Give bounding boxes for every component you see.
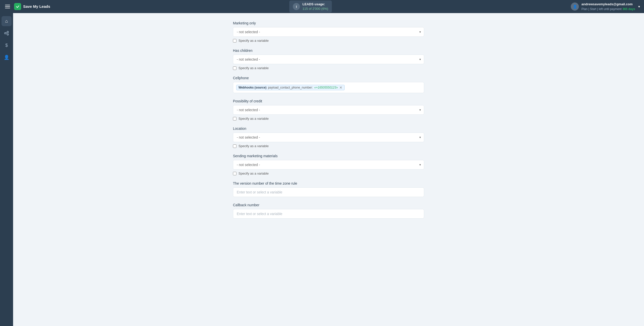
user-info: 👤 andrewsavemyleads@gmail.com Plan | Sta… — [571, 2, 635, 11]
sidebar-item-billing[interactable]: $ — [2, 40, 12, 50]
cellphone-tag: Webhooks (source) payload_contact_phone_… — [236, 85, 345, 90]
checkbox-marketing-only[interactable] — [233, 39, 236, 43]
checkbox-possibility-credit[interactable] — [233, 117, 236, 120]
hamburger-button[interactable] — [4, 4, 11, 9]
checkbox-location[interactable] — [233, 144, 236, 148]
field-version-timezone: The version number of the time zone rule — [233, 181, 424, 197]
label-sending-marketing: Sending marketing materials — [233, 154, 424, 158]
logo-text: Save My Leads — [23, 4, 50, 9]
app-layout: ⌂ $ 👤 Marketing only - not selected - ▾ — [0, 13, 644, 326]
info-icon[interactable]: i — [293, 3, 300, 10]
user-menu-chevron[interactable]: ▾ — [638, 5, 640, 9]
label-has-children: Has children — [233, 49, 424, 53]
logo-icon — [14, 3, 21, 10]
checkbox-row-possibility-credit: Specify as a variable — [233, 117, 424, 120]
select-possibility-credit[interactable]: - not selected - ▾ — [233, 105, 424, 115]
svg-point-2 — [7, 34, 9, 35]
select-location-display[interactable]: - not selected - — [233, 133, 424, 142]
select-has-children[interactable]: - not selected - ▾ — [233, 55, 424, 64]
svg-point-0 — [5, 32, 6, 34]
sidebar-item-home[interactable]: ⌂ — [2, 16, 12, 26]
form-container: Marketing only - not selected - ▾ Specif… — [233, 21, 424, 219]
label-possibility-credit: Possibility of credit — [233, 99, 424, 103]
checkbox-label-has-children[interactable]: Specify as a variable — [238, 66, 269, 70]
leads-usage-widget: i LEADS usage: 115 of 2'000 (6%) — [289, 1, 332, 13]
checkbox-row-has-children: Specify as a variable — [233, 66, 424, 70]
tag-close-icon[interactable]: ✕ — [339, 86, 342, 89]
checkbox-label-marketing-only[interactable]: Specify as a variable — [238, 39, 269, 43]
top-nav: Save My Leads i LEADS usage: 115 of 2'00… — [0, 0, 644, 13]
main-content: Marketing only - not selected - ▾ Specif… — [13, 13, 644, 326]
sidebar-item-account[interactable]: 👤 — [2, 52, 12, 62]
checkbox-row-sending-marketing: Specify as a variable — [233, 172, 424, 175]
input-version-timezone[interactable] — [233, 187, 424, 197]
svg-line-4 — [6, 33, 7, 34]
select-sending-marketing-display[interactable]: - not selected - — [233, 160, 424, 169]
checkbox-row-marketing-only: Specify as a variable — [233, 39, 424, 43]
checkbox-has-children[interactable] — [233, 66, 236, 70]
label-version-timezone: The version number of the time zone rule — [233, 181, 424, 185]
select-marketing-only-display[interactable]: - not selected - — [233, 27, 424, 36]
checkbox-label-possibility-credit[interactable]: Specify as a variable — [238, 117, 269, 120]
nav-center: i LEADS usage: 115 of 2'000 (6%) — [289, 1, 332, 13]
select-marketing-only[interactable]: - not selected - ▾ — [233, 27, 424, 37]
cellphone-tag-input[interactable]: Webhooks (source) payload_contact_phone_… — [233, 82, 424, 93]
field-has-children: Has children - not selected - ▾ Specify … — [233, 49, 424, 70]
field-location: Location - not selected - ▾ Specify as a… — [233, 127, 424, 148]
checkbox-row-location: Specify as a variable — [233, 144, 424, 148]
nav-right: 👤 andrewsavemyleads@gmail.com Plan | Sta… — [571, 2, 640, 11]
user-plan: Plan | Start | left until payment 365 da… — [581, 7, 635, 11]
select-has-children-display[interactable]: - not selected - — [233, 55, 424, 64]
user-avatar: 👤 — [571, 3, 579, 11]
nav-left: Save My Leads — [4, 3, 50, 10]
label-location: Location — [233, 127, 424, 131]
field-possibility-credit: Possibility of credit - not selected - ▾… — [233, 99, 424, 120]
sidebar: ⌂ $ 👤 — [0, 13, 13, 326]
input-callback-number[interactable] — [233, 209, 424, 219]
tag-source: Webhooks (source) — [238, 86, 266, 89]
select-sending-marketing[interactable]: - not selected - ▾ — [233, 160, 424, 170]
leads-usage-text: LEADS usage: 115 of 2'000 (6%) — [302, 2, 328, 11]
sidebar-item-connections[interactable] — [2, 28, 12, 38]
field-sending-marketing: Sending marketing materials - not select… — [233, 154, 424, 175]
user-details: andrewsavemyleads@gmail.com Plan | Start… — [581, 2, 635, 11]
label-marketing-only: Marketing only — [233, 21, 424, 25]
tag-value: «+16505550123» — [314, 86, 338, 89]
field-marketing-only: Marketing only - not selected - ▾ Specif… — [233, 21, 424, 43]
checkbox-label-location[interactable]: Specify as a variable — [238, 144, 269, 148]
label-callback-number: Callback number — [233, 203, 424, 207]
logo: Save My Leads — [14, 3, 50, 10]
select-possibility-credit-display[interactable]: - not selected - — [233, 105, 424, 114]
tag-field: payload_contact_phone_number: — [268, 86, 313, 89]
svg-point-1 — [7, 31, 9, 33]
checkbox-label-sending-marketing[interactable]: Specify as a variable — [238, 172, 269, 175]
select-location[interactable]: - not selected - ▾ — [233, 133, 424, 142]
checkbox-sending-marketing[interactable] — [233, 172, 236, 175]
field-cellphone: Cellphone Webhooks (source) payload_cont… — [233, 76, 424, 93]
label-cellphone: Cellphone — [233, 76, 424, 80]
field-callback-number: Callback number — [233, 203, 424, 219]
svg-line-3 — [6, 32, 7, 33]
